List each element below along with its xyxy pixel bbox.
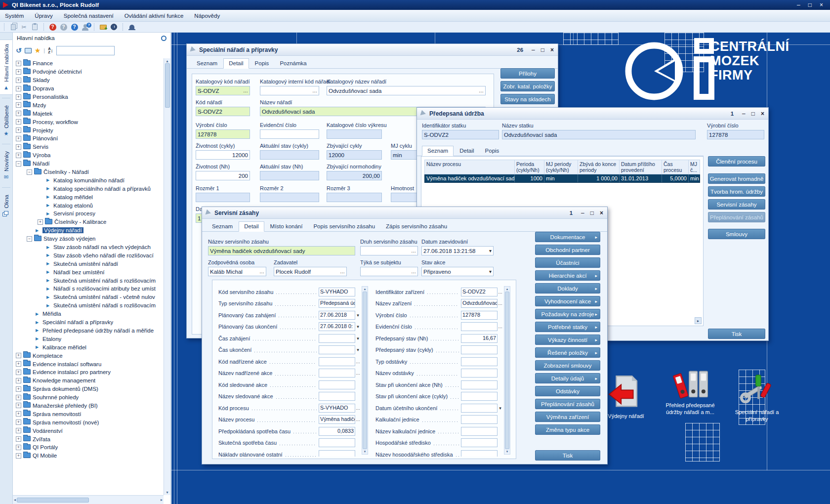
tree-item[interactable]: +Knowledge management <box>13 377 164 385</box>
field-value[interactable] <box>461 427 498 436</box>
button-Přeplánování zásahů[interactable]: Přeplánování zásahů <box>535 399 600 409</box>
tab-Poznámka[interactable]: Poznámka <box>275 59 311 68</box>
tree-item[interactable]: ▶Katalog speciálního nářadí a přípravků <box>13 184 164 193</box>
folder-export-icon[interactable] <box>99 23 107 31</box>
expander-icon[interactable]: + <box>16 119 21 125</box>
field-value[interactable]: Odvzdušňovac <box>461 299 498 308</box>
refresh-icon[interactable]: ↺ <box>16 46 22 54</box>
menu-item-Ovládání aktivní funkce[interactable]: Ovládání aktivní funkce <box>124 13 184 19</box>
ellipsis-button[interactable]: … <box>259 269 264 274</box>
tree-item[interactable]: ▶Stav zásob všeho nářadí dle rozlišovací <box>13 251 164 259</box>
column-header[interactable]: Datum příštího provedení <box>620 160 662 174</box>
expander-icon[interactable]: + <box>16 386 21 392</box>
app-close-button[interactable]: × <box>820 1 823 8</box>
field-value[interactable]: S-ODVZ2 <box>461 288 498 296</box>
expander-icon[interactable]: + <box>16 420 21 425</box>
tree-item[interactable]: ▶Výdejny nářadí <box>13 226 164 235</box>
field-value[interactable]: 12000 <box>329 152 380 158</box>
tab-Seznam[interactable]: Seznam <box>422 146 454 156</box>
field-value[interactable]: 27.06.2018 0: <box>319 322 355 331</box>
expander-icon[interactable]: + <box>16 102 21 108</box>
field-value[interactable]: Kaláb Michal <box>210 269 258 275</box>
tab-Detail[interactable]: Detail <box>223 58 249 69</box>
menu-item-Úpravy[interactable]: Úpravy <box>35 13 52 19</box>
button-Smlouvy[interactable]: Smlouvy <box>708 229 765 239</box>
expander-icon[interactable]: + <box>16 94 21 100</box>
field-value[interactable]: S-VYHADO <box>319 288 355 296</box>
tree-item[interactable]: +Správa dokumentů (DMS) <box>13 385 164 393</box>
tree-item[interactable]: +Výroba <box>13 151 164 160</box>
field-value[interactable]: Výměna hadiče <box>319 415 355 424</box>
tab-Zápis servisního zásahu[interactable]: Zápis servisního zásahu <box>381 222 452 231</box>
field-value[interactable] <box>319 334 355 343</box>
tree-item[interactable]: ▶Stav zásob nářadí na všech výdejnách <box>13 243 164 252</box>
field-value[interactable] <box>461 450 498 457</box>
tree-item[interactable]: −Nářadí <box>13 160 164 168</box>
ellipsis-button[interactable]: … <box>411 269 416 274</box>
tree-item[interactable]: −Číselníky - Nářadí <box>13 168 164 176</box>
sidebar-horizontal-scrollbar[interactable]: ◂▸ <box>13 495 164 504</box>
ellipsis-button[interactable]: … <box>498 324 503 329</box>
field-value[interactable]: Odvzdušňovací sada <box>329 88 478 94</box>
field-value[interactable]: S-ODVZ2 <box>198 109 248 115</box>
tree-item[interactable]: +Podvojné účetnictví <box>13 68 164 76</box>
button-Odstávky[interactable]: Odstávky <box>535 386 600 396</box>
field-value[interactable]: 127878 <box>709 132 762 138</box>
sidebar-vertical-scrollbar[interactable]: ▴▾ <box>164 58 170 495</box>
field-value[interactable]: Předepsaná údržb <box>319 299 355 308</box>
dropdown-icon[interactable]: ▾ <box>489 269 492 274</box>
field-value[interactable]: Plocek Rudolf <box>276 269 339 275</box>
help-user-icon[interactable]: ? <box>81 23 89 31</box>
field-value[interactable] <box>461 404 498 413</box>
notifications-bell-icon[interactable] <box>127 23 136 31</box>
tree-item[interactable]: ▶Servisní procesy <box>13 210 164 218</box>
dropdown-icon[interactable]: ▾ <box>355 347 361 352</box>
dropdown-icon[interactable]: ▾ <box>355 336 361 341</box>
paste-icon[interactable] <box>31 23 39 31</box>
minimize-button[interactable]: – <box>532 46 535 53</box>
expander-icon[interactable]: + <box>38 219 43 225</box>
field-value[interactable]: min <box>393 152 418 158</box>
column-header[interactable]: Zbývá do konce periody <box>578 160 620 174</box>
tab-Místo konání[interactable]: Místo konání <box>265 222 308 231</box>
help-icon[interactable]: ? <box>70 23 79 31</box>
field-value[interactable]: 127878 <box>461 311 498 320</box>
field-value[interactable]: Odvzdušňovací sada <box>504 132 694 138</box>
button-Přílohy[interactable]: Přílohy <box>500 68 555 79</box>
button-Vyhodnocení akce[interactable]: Vyhodnocení akce▸ <box>535 296 600 306</box>
field-value[interactable] <box>319 369 355 378</box>
tree-item[interactable]: ▶Katalog měřidel <box>13 193 164 201</box>
close-button[interactable]: × <box>550 46 554 53</box>
column-header[interactable]: MJ periody (cykly/Nh) <box>544 160 578 174</box>
history-clock-icon[interactable] <box>110 23 118 31</box>
button-Obchodní partner[interactable]: Obchodní partner <box>535 245 600 255</box>
expander-icon[interactable]: − <box>16 161 21 167</box>
tree-item[interactable]: ▶Nářadí s rozlišovacími atributy bez umí… <box>13 285 164 293</box>
menu-item-Nápovědy[interactable]: Nápovědy <box>194 13 220 19</box>
tree-item[interactable]: ▶Katalog komunálního nářadí <box>13 176 164 184</box>
expander-icon[interactable]: + <box>16 370 21 375</box>
tree-item[interactable]: ▶Nářadí bez umístění <box>13 268 164 276</box>
tree-item[interactable]: +Personalistika <box>13 93 164 101</box>
tree-item[interactable]: +QI Mobile <box>13 452 164 460</box>
expander-icon[interactable]: + <box>16 395 21 400</box>
close-button[interactable]: × <box>600 210 603 216</box>
maximize-button[interactable]: □ <box>590 210 594 216</box>
expander-icon[interactable]: − <box>27 236 32 242</box>
desktop-icon-prehled-udrzby[interactable]: Přehled předepsané údržby nářadí a m... <box>658 365 722 416</box>
tree-item[interactable]: ▶Etalony <box>13 335 164 343</box>
tree-search-input[interactable] <box>56 46 115 55</box>
button-Servisní zásahy[interactable]: Servisní zásahy <box>708 199 765 210</box>
ellipsis-button[interactable]: … <box>355 359 361 364</box>
print-button[interactable]: Tisk <box>535 450 600 461</box>
expander-icon[interactable]: + <box>16 136 21 141</box>
field-value[interactable] <box>461 322 498 331</box>
field-value[interactable]: 12000 <box>198 152 248 158</box>
column-header[interactable]: Čas procesu <box>662 160 689 174</box>
tree-item[interactable]: +Vodárenství <box>13 426 164 435</box>
dropdown-icon[interactable]: ▾ <box>489 248 492 253</box>
expander-icon[interactable]: + <box>16 111 21 116</box>
minimize-button[interactable]: – <box>742 110 746 117</box>
tree-item[interactable]: ▶Skutečná umístění nářadí - včetně nulov <box>13 293 164 301</box>
dropdown-icon[interactable]: ▾ <box>355 313 361 318</box>
